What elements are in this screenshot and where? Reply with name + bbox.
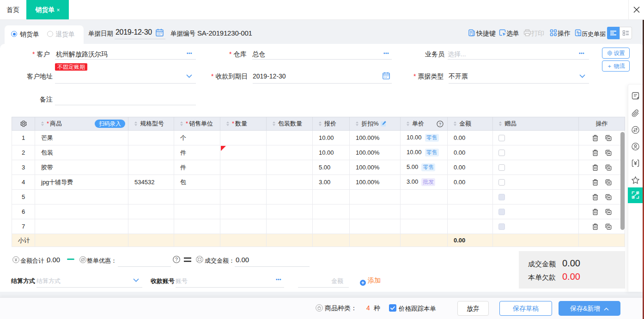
svg-text:?: ?: [175, 257, 178, 262]
svg-text:?: ?: [439, 122, 441, 126]
